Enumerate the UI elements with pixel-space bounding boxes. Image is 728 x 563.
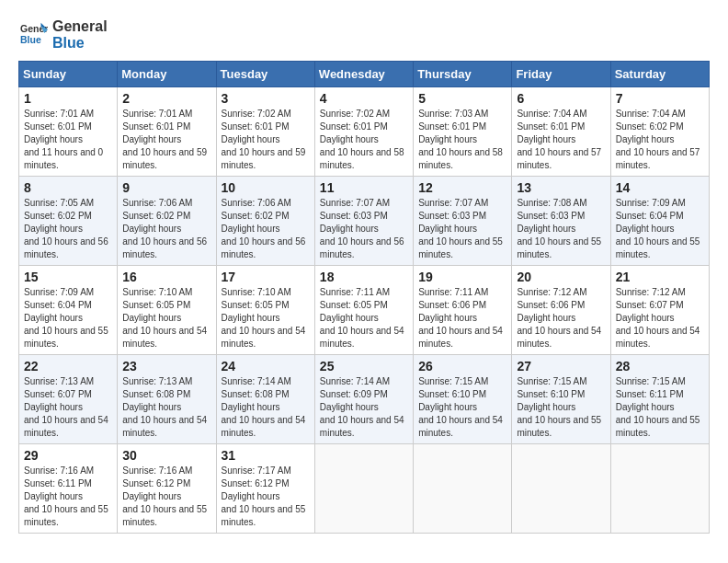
cell-info: Sunrise: 7:02 AM Sunset: 6:01 PM Dayligh… xyxy=(222,108,310,172)
cell-info: Sunrise: 7:09 AM Sunset: 6:04 PM Dayligh… xyxy=(616,197,704,261)
day-number: 1 xyxy=(24,91,112,106)
calendar-cell: 27 Sunrise: 7:15 AM Sunset: 6:10 PM Dayl… xyxy=(512,355,610,444)
weekday-header-thursday: Thursday xyxy=(414,62,512,87)
calendar-cell: 18 Sunrise: 7:11 AM Sunset: 6:05 PM Dayl… xyxy=(314,266,413,355)
calendar-cell: 24 Sunrise: 7:14 AM Sunset: 6:08 PM Dayl… xyxy=(216,355,314,444)
calendar-cell: 30 Sunrise: 7:16 AM Sunset: 6:12 PM Dayl… xyxy=(118,444,216,534)
calendar-week-row: 8 Sunrise: 7:05 AM Sunset: 6:02 PM Dayli… xyxy=(19,177,710,266)
weekday-header-sunday: Sunday xyxy=(19,62,118,87)
calendar-cell xyxy=(610,444,709,534)
day-number: 15 xyxy=(24,270,112,284)
day-number: 3 xyxy=(222,91,310,106)
calendar-cell: 13 Sunrise: 7:08 AM Sunset: 6:03 PM Dayl… xyxy=(512,177,610,266)
cell-info: Sunrise: 7:03 AM Sunset: 6:01 PM Dayligh… xyxy=(418,108,506,172)
cell-info: Sunrise: 7:12 AM Sunset: 6:06 PM Dayligh… xyxy=(517,286,605,350)
weekday-header-friday: Friday xyxy=(512,62,610,87)
calendar-cell: 10 Sunrise: 7:06 AM Sunset: 6:02 PM Dayl… xyxy=(216,177,314,266)
day-number: 22 xyxy=(24,359,112,373)
cell-info: Sunrise: 7:11 AM Sunset: 6:06 PM Dayligh… xyxy=(418,286,506,350)
cell-info: Sunrise: 7:04 AM Sunset: 6:02 PM Dayligh… xyxy=(616,108,704,172)
cell-info: Sunrise: 7:14 AM Sunset: 6:08 PM Dayligh… xyxy=(222,375,310,440)
day-number: 27 xyxy=(517,359,605,373)
day-number: 21 xyxy=(616,270,704,284)
cell-info: Sunrise: 7:14 AM Sunset: 6:09 PM Dayligh… xyxy=(320,375,408,440)
cell-info: Sunrise: 7:01 AM Sunset: 6:01 PM Dayligh… xyxy=(24,108,112,172)
cell-info: Sunrise: 7:09 AM Sunset: 6:04 PM Dayligh… xyxy=(24,286,112,350)
calendar-cell: 5 Sunrise: 7:03 AM Sunset: 6:01 PM Dayli… xyxy=(414,87,512,177)
day-number: 20 xyxy=(517,270,605,284)
cell-info: Sunrise: 7:15 AM Sunset: 6:10 PM Dayligh… xyxy=(517,375,605,440)
calendar-week-row: 22 Sunrise: 7:13 AM Sunset: 6:07 PM Dayl… xyxy=(19,355,710,444)
day-number: 23 xyxy=(122,359,210,373)
day-number: 12 xyxy=(418,180,506,195)
calendar-cell: 12 Sunrise: 7:07 AM Sunset: 6:03 PM Dayl… xyxy=(414,177,512,266)
day-number: 11 xyxy=(320,180,408,195)
cell-info: Sunrise: 7:10 AM Sunset: 6:05 PM Dayligh… xyxy=(122,286,210,350)
day-number: 17 xyxy=(222,270,310,284)
calendar-cell: 16 Sunrise: 7:10 AM Sunset: 6:05 PM Dayl… xyxy=(118,266,216,355)
calendar-week-row: 1 Sunrise: 7:01 AM Sunset: 6:01 PM Dayli… xyxy=(19,87,710,177)
day-number: 4 xyxy=(320,91,408,106)
calendar-cell: 26 Sunrise: 7:15 AM Sunset: 6:10 PM Dayl… xyxy=(414,355,512,444)
weekday-header-tuesday: Tuesday xyxy=(216,62,314,87)
day-number: 25 xyxy=(320,359,408,373)
calendar-cell: 19 Sunrise: 7:11 AM Sunset: 6:06 PM Dayl… xyxy=(414,266,512,355)
cell-info: Sunrise: 7:13 AM Sunset: 6:07 PM Dayligh… xyxy=(24,375,112,440)
day-number: 28 xyxy=(616,359,704,373)
calendar-cell xyxy=(414,444,512,534)
calendar-cell: 4 Sunrise: 7:02 AM Sunset: 6:01 PM Dayli… xyxy=(314,87,413,177)
logo-icon: General Blue xyxy=(20,19,48,47)
day-number: 16 xyxy=(122,270,210,284)
logo-general: General xyxy=(52,18,108,35)
day-number: 7 xyxy=(616,91,704,106)
calendar-cell: 9 Sunrise: 7:06 AM Sunset: 6:02 PM Dayli… xyxy=(118,177,216,266)
day-number: 5 xyxy=(418,91,506,106)
page-header: General Blue General Blue xyxy=(18,18,710,52)
calendar-cell: 8 Sunrise: 7:05 AM Sunset: 6:02 PM Dayli… xyxy=(19,177,118,266)
calendar-cell: 7 Sunrise: 7:04 AM Sunset: 6:02 PM Dayli… xyxy=(610,87,709,177)
cell-info: Sunrise: 7:06 AM Sunset: 6:02 PM Dayligh… xyxy=(222,197,310,261)
day-number: 30 xyxy=(122,448,210,463)
cell-info: Sunrise: 7:08 AM Sunset: 6:03 PM Dayligh… xyxy=(517,197,605,261)
cell-info: Sunrise: 7:10 AM Sunset: 6:05 PM Dayligh… xyxy=(222,286,310,350)
cell-info: Sunrise: 7:13 AM Sunset: 6:08 PM Dayligh… xyxy=(122,375,210,440)
day-number: 24 xyxy=(222,359,310,373)
calendar-header-row: SundayMondayTuesdayWednesdayThursdayFrid… xyxy=(19,62,710,87)
calendar-cell: 22 Sunrise: 7:13 AM Sunset: 6:07 PM Dayl… xyxy=(19,355,118,444)
cell-info: Sunrise: 7:01 AM Sunset: 6:01 PM Dayligh… xyxy=(122,108,210,172)
day-number: 31 xyxy=(222,448,310,463)
calendar-cell: 2 Sunrise: 7:01 AM Sunset: 6:01 PM Dayli… xyxy=(118,87,216,177)
calendar-cell: 29 Sunrise: 7:16 AM Sunset: 6:11 PM Dayl… xyxy=(19,444,118,534)
cell-info: Sunrise: 7:07 AM Sunset: 6:03 PM Dayligh… xyxy=(418,197,506,261)
cell-info: Sunrise: 7:15 AM Sunset: 6:10 PM Dayligh… xyxy=(418,375,506,440)
cell-info: Sunrise: 7:07 AM Sunset: 6:03 PM Dayligh… xyxy=(320,197,408,261)
calendar-cell: 3 Sunrise: 7:02 AM Sunset: 6:01 PM Dayli… xyxy=(216,87,314,177)
day-number: 13 xyxy=(517,180,605,195)
calendar-week-row: 15 Sunrise: 7:09 AM Sunset: 6:04 PM Dayl… xyxy=(19,266,710,355)
day-number: 10 xyxy=(222,180,310,195)
calendar-week-row: 29 Sunrise: 7:16 AM Sunset: 6:11 PM Dayl… xyxy=(19,444,710,534)
day-number: 26 xyxy=(418,359,506,373)
weekday-header-wednesday: Wednesday xyxy=(314,62,413,87)
cell-info: Sunrise: 7:02 AM Sunset: 6:01 PM Dayligh… xyxy=(320,108,408,172)
day-number: 14 xyxy=(616,180,704,195)
calendar-cell: 15 Sunrise: 7:09 AM Sunset: 6:04 PM Dayl… xyxy=(19,266,118,355)
logo: General Blue General Blue xyxy=(18,18,108,52)
calendar-cell: 25 Sunrise: 7:14 AM Sunset: 6:09 PM Dayl… xyxy=(314,355,413,444)
day-number: 18 xyxy=(320,270,408,284)
logo-blue: Blue xyxy=(52,35,108,52)
cell-info: Sunrise: 7:05 AM Sunset: 6:02 PM Dayligh… xyxy=(24,197,112,261)
weekday-header-saturday: Saturday xyxy=(610,62,709,87)
calendar-cell: 20 Sunrise: 7:12 AM Sunset: 6:06 PM Dayl… xyxy=(512,266,610,355)
cell-info: Sunrise: 7:12 AM Sunset: 6:07 PM Dayligh… xyxy=(616,286,704,350)
calendar-cell xyxy=(314,444,413,534)
calendar-cell: 31 Sunrise: 7:17 AM Sunset: 6:12 PM Dayl… xyxy=(216,444,314,534)
calendar-cell: 17 Sunrise: 7:10 AM Sunset: 6:05 PM Dayl… xyxy=(216,266,314,355)
cell-info: Sunrise: 7:17 AM Sunset: 6:12 PM Dayligh… xyxy=(222,465,310,529)
cell-info: Sunrise: 7:16 AM Sunset: 6:11 PM Dayligh… xyxy=(24,465,112,529)
cell-info: Sunrise: 7:06 AM Sunset: 6:02 PM Dayligh… xyxy=(122,197,210,261)
calendar-cell: 11 Sunrise: 7:07 AM Sunset: 6:03 PM Dayl… xyxy=(314,177,413,266)
calendar-cell: 6 Sunrise: 7:04 AM Sunset: 6:01 PM Dayli… xyxy=(512,87,610,177)
calendar-table: SundayMondayTuesdayWednesdayThursdayFrid… xyxy=(18,61,710,534)
weekday-header-monday: Monday xyxy=(118,62,216,87)
